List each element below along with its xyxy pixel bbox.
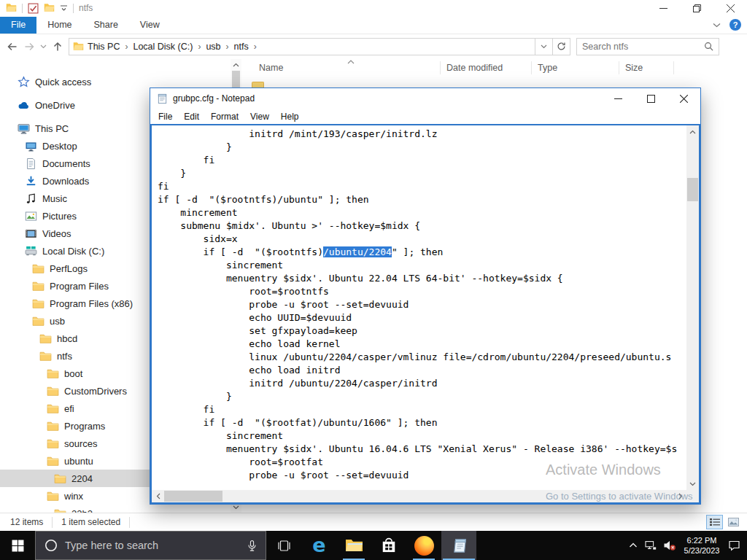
folder-icon	[39, 332, 52, 345]
notepad-menu-edit[interactable]: Edit	[178, 110, 205, 123]
taskbar-notepad-button[interactable]	[441, 531, 476, 560]
breadcrumb-segment-this-pc[interactable]: This PC	[84, 40, 123, 53]
taskbar-store-button[interactable]	[371, 531, 406, 560]
music-icon	[25, 192, 37, 205]
ribbon-tabs: FileHomeShareView ?	[0, 16, 747, 34]
explorer-search-input[interactable]: Search ntfs	[576, 38, 719, 55]
sort-ascending-icon	[347, 60, 355, 64]
scroll-right-icon[interactable]	[674, 490, 686, 502]
microphone-icon[interactable]	[247, 540, 258, 552]
large-icons-view-button[interactable]	[725, 515, 742, 529]
desktop-icon	[25, 140, 37, 152]
properties-icon[interactable]	[28, 3, 39, 13]
code-line: fi	[158, 154, 686, 167]
scroll-up-icon[interactable]	[686, 125, 699, 138]
notepad-maximize-button[interactable]	[635, 88, 667, 109]
scrollbar-thumb[interactable]	[687, 178, 698, 201]
explorer-titlebar: ntfs	[0, 0, 747, 16]
search-icon[interactable]	[704, 42, 713, 51]
file-explorer-icon	[345, 538, 363, 553]
taskbar-clock[interactable]: 6:22 PM 5/23/2023	[678, 535, 725, 556]
notepad-edit-area[interactable]: initrd /mint/193/casper/initrd.lz } fi }…	[150, 124, 700, 504]
breadcrumb-separator-icon[interactable]: ›	[123, 42, 129, 52]
notepad-menubar: FileEditFormatViewHelp	[150, 109, 700, 124]
task-view-icon	[277, 540, 291, 551]
folder-icon	[47, 402, 59, 415]
ribbon-tab-share[interactable]: Share	[83, 17, 129, 34]
customize-qat-icon[interactable]	[60, 5, 68, 11]
restore-button[interactable]	[680, 0, 713, 16]
details-view-button[interactable]	[706, 515, 723, 529]
column-header-date-modified[interactable]: Date modified	[441, 61, 532, 74]
action-center-icon[interactable]	[725, 531, 743, 560]
folder-item-partial[interactable]	[252, 82, 264, 88]
recent-locations-icon[interactable]	[40, 44, 47, 49]
taskbar-firefox-button[interactable]	[406, 531, 441, 560]
network-icon[interactable]	[642, 531, 660, 560]
notepad-titlebar[interactable]: grubpc.cfg - Notepad	[150, 88, 700, 109]
scroll-left-icon[interactable]	[152, 490, 164, 502]
breadcrumb-segment-usb[interactable]: usb	[202, 40, 224, 53]
downloads-icon	[25, 175, 37, 187]
breadcrumb-separator-icon[interactable]: ›	[225, 42, 231, 52]
close-button[interactable]	[713, 0, 747, 16]
folder-icon	[32, 298, 44, 310]
up-button[interactable]	[52, 41, 63, 52]
notepad-close-button[interactable]	[667, 88, 700, 109]
back-button[interactable]	[7, 41, 18, 52]
ribbon-tab-view[interactable]: View	[129, 17, 171, 34]
ribbon-tab-file[interactable]: File	[0, 17, 36, 34]
address-dropdown-icon[interactable]	[535, 38, 553, 55]
ribbon-tab-home[interactable]: Home	[36, 17, 82, 34]
notepad-menu-help[interactable]: Help	[275, 110, 305, 123]
sidebar-item-label: Program Files (x86)	[50, 298, 133, 309]
folder-icon	[54, 508, 66, 513]
address-bar[interactable]: This PC›Local Disk (C:)›usb›ntfs›	[69, 38, 535, 55]
notepad-menu-file[interactable]: File	[152, 110, 178, 123]
hidden-icons-chevron[interactable]	[624, 531, 642, 560]
minimize-button[interactable]	[646, 0, 680, 16]
explorer-app-icon	[6, 3, 17, 13]
edge-icon: e	[309, 536, 329, 556]
breadcrumb-separator-icon[interactable]: ›	[252, 42, 258, 52]
scroll-down-icon[interactable]	[686, 478, 699, 490]
taskbar-search-input[interactable]: Type here to search	[35, 531, 266, 560]
code-line: probe -u $root --set=devuuid	[158, 298, 686, 311]
expand-ribbon-icon[interactable]	[713, 23, 721, 28]
breadcrumb-segment-local-disk-c[interactable]: Local Disk (C:)	[129, 40, 196, 53]
column-header-size[interactable]: Size	[619, 61, 674, 74]
code-line: if [ -d "($rootfat)/ubuntu/1606" ]; then	[158, 416, 686, 429]
forward-button[interactable]	[23, 41, 35, 52]
code-line: root=$rootntfs	[158, 285, 686, 298]
breadcrumb-separator-icon[interactable]: ›	[196, 42, 202, 52]
scrollbar-corner	[686, 490, 699, 502]
code-line: }	[158, 141, 686, 154]
sidebar-item-22h2[interactable]: 22h2	[0, 505, 231, 513]
sidebar-item-label: PerfLogs	[50, 263, 88, 274]
notepad-text[interactable]: initrd /mint/193/casper/initrd.lz } fi }…	[152, 125, 686, 490]
videos-icon	[25, 228, 37, 240]
breadcrumb-segment-ntfs[interactable]: ntfs	[231, 40, 252, 53]
refresh-icon[interactable]	[553, 38, 570, 55]
code-line: set gfxpayload=keep	[158, 324, 686, 338]
notepad-minimize-button[interactable]	[602, 88, 635, 109]
column-header-type[interactable]: Type	[532, 61, 619, 74]
taskbar-task-view-button[interactable]	[266, 531, 301, 560]
sidebar-item-label: boot	[64, 368, 82, 379]
help-icon[interactable]: ?	[729, 19, 741, 31]
taskbar-file-explorer-button[interactable]	[336, 531, 371, 560]
sidebar-item-label: ubuntu	[64, 456, 93, 467]
start-button[interactable]	[0, 531, 35, 560]
scroll-up-icon[interactable]	[231, 59, 241, 70]
notepad-menu-format[interactable]: Format	[205, 110, 244, 123]
drive-icon	[25, 245, 37, 257]
new-folder-icon[interactable]	[44, 3, 55, 13]
volume-muted-icon[interactable]	[660, 531, 678, 560]
notepad-vertical-scrollbar[interactable]	[686, 125, 699, 490]
column-header-name[interactable]: Name	[241, 61, 441, 74]
notepad-horizontal-scrollbar[interactable]	[152, 490, 686, 502]
taskbar-edge-button[interactable]: e	[301, 531, 336, 560]
notepad-menu-view[interactable]: View	[244, 110, 275, 123]
sidebar-item-label: ntfs	[57, 351, 72, 362]
scrollbar-thumb[interactable]	[164, 491, 222, 502]
